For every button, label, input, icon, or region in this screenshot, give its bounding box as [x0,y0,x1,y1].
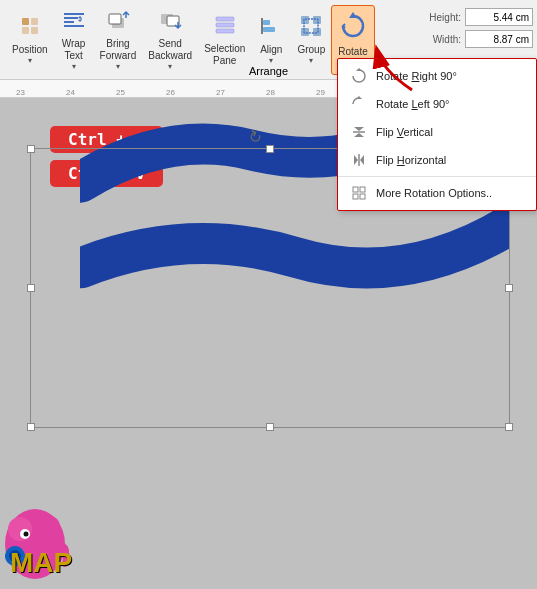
position-icon [18,14,42,42]
send-backward-label: SendBackward [148,38,192,62]
send-backward-icon [158,8,182,36]
svg-rect-4 [64,13,84,15]
svg-rect-16 [263,27,275,32]
svg-rect-21 [313,28,321,36]
position-button[interactable]: Position ▾ [6,5,54,75]
more-rotation-label: More Rotation Options.. [376,187,492,199]
align-icon [259,14,283,42]
svg-rect-14 [216,29,234,33]
svg-rect-0 [22,18,29,25]
svg-marker-25 [356,96,362,99]
svg-rect-34 [353,194,358,199]
ruler-mark-25: 25 [116,88,125,97]
height-input[interactable] [465,8,533,26]
svg-rect-35 [360,194,365,199]
flip-vertical-label: Flip Vertical [376,126,433,138]
selection-pane-button[interactable]: SelectionPane [198,5,251,75]
handle-tm[interactable] [266,145,274,153]
svg-rect-18 [301,16,309,24]
svg-rect-7 [64,25,84,27]
handle-tl[interactable] [27,145,35,153]
group-icon [299,14,323,42]
flip-horizontal-item[interactable]: Flip Horizontal [338,146,536,174]
svg-point-42 [24,532,29,537]
svg-rect-19 [313,16,321,24]
ruler-mark-23: 23 [16,88,25,97]
rotate-right-icon [350,67,368,85]
bring-forward-icon [106,8,130,36]
rotate-left-icon [350,95,368,113]
rotate-label: Rotate [338,46,367,58]
map-text: MAP [10,547,72,579]
height-label: Height: [423,12,461,23]
svg-marker-23 [349,12,357,18]
group-arrow: ▾ [309,56,313,65]
svg-marker-31 [360,155,364,165]
svg-marker-24 [356,68,362,71]
width-label: Width: [423,34,461,45]
flip-horizontal-icon [350,151,368,169]
ruler-mark-24: 24 [66,88,75,97]
svg-rect-5 [64,17,78,19]
send-backward-arrow: ▾ [168,62,172,71]
width-row: Width: [423,30,533,48]
handle-mr[interactable] [505,284,513,292]
svg-marker-29 [354,155,358,165]
rotate-icon [339,12,367,44]
rotate-right-item[interactable]: Rotate Right 90° [338,62,536,90]
svg-point-40 [40,516,60,536]
svg-rect-11 [167,16,179,26]
svg-rect-12 [216,17,234,21]
toolbar: Position ▾ WrapText ▾ BringForward ▾ Sen… [0,0,537,80]
selection-pane-icon [213,13,237,41]
align-label: Align [260,44,282,56]
handle-br[interactable] [505,423,513,431]
svg-rect-20 [301,28,309,36]
svg-rect-2 [22,27,29,34]
position-label: Position [12,44,48,56]
bring-forward-arrow: ▾ [116,62,120,71]
rotate-right-label: Rotate Right 90° [376,70,457,82]
group-button[interactable]: Group ▾ [291,5,331,75]
svg-rect-6 [64,21,74,23]
wrap-text-button[interactable]: WrapText ▾ [54,5,94,75]
handle-bl[interactable] [27,423,35,431]
width-input[interactable] [465,30,533,48]
size-inputs: Height: Width: [423,8,533,48]
send-backward-button[interactable]: SendBackward ▾ [142,5,198,75]
svg-rect-1 [31,18,38,25]
wrap-text-arrow: ▾ [72,62,76,71]
group-label: Group [297,44,325,56]
bring-forward-button[interactable]: BringForward ▾ [94,5,143,75]
handle-ml[interactable] [27,284,35,292]
selection-pane-label: SelectionPane [204,43,245,67]
dropdown-divider [338,176,536,177]
wrap-text-label: WrapText [62,38,86,62]
svg-rect-3 [31,27,38,34]
wrap-text-icon [62,8,86,36]
svg-rect-33 [360,187,365,192]
svg-rect-47 [5,554,9,558]
bring-forward-label: BringForward [100,38,137,62]
align-arrow: ▾ [269,56,273,65]
arrange-label: Arrange [249,65,288,77]
more-rotation-icon [350,184,368,202]
svg-marker-28 [354,133,364,137]
rotate-left-item[interactable]: Rotate Left 90° [338,90,536,118]
svg-rect-9 [109,14,121,24]
handle-bm[interactable] [266,423,274,431]
ruler-mark-28: 28 [266,88,275,97]
height-row: Height: [423,8,533,26]
ruler-mark-29: 29 [316,88,325,97]
more-rotation-item[interactable]: More Rotation Options.. [338,179,536,207]
svg-rect-15 [263,20,270,25]
align-button[interactable]: Align ▾ [251,5,291,75]
rotate-dropdown: Rotate Right 90° Rotate Left 90° Flip Ve… [337,58,537,211]
svg-marker-26 [354,127,364,131]
ruler-mark-26: 26 [166,88,175,97]
flip-vertical-icon [350,123,368,141]
position-arrow: ▾ [28,56,32,65]
flip-horizontal-label: Flip Horizontal [376,154,446,166]
ruler-mark-27: 27 [216,88,225,97]
flip-vertical-item[interactable]: Flip Vertical [338,118,536,146]
